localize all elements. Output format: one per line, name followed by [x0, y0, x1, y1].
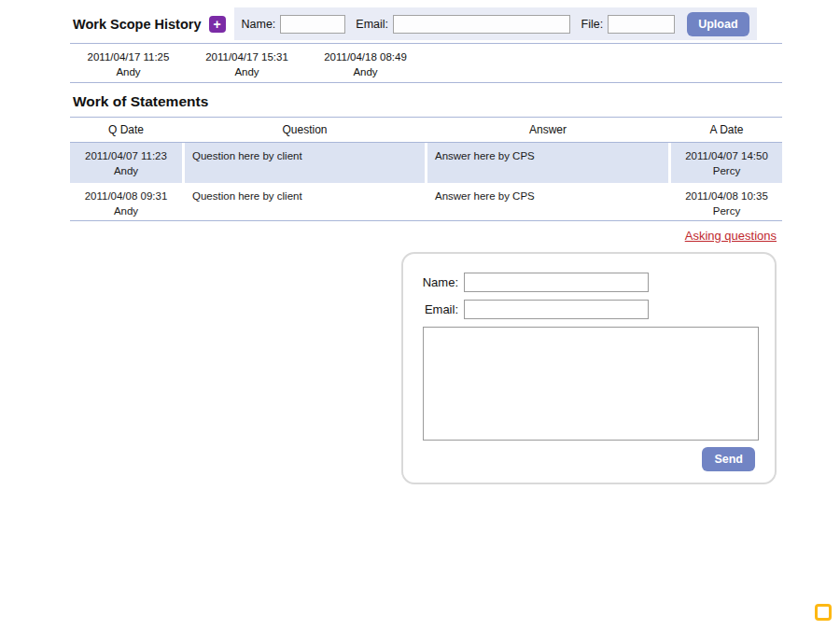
history-datetime: 2011/04/18 08:49 [316, 49, 414, 64]
qdate-cell: 2011/04/08 09:31 Andy [70, 183, 182, 220]
column-header-question: Question [185, 123, 425, 136]
a-datetime: 2011/04/07 14:50 [671, 148, 782, 163]
a-user: Percy [671, 163, 782, 178]
divider [70, 82, 782, 83]
answer-cell: Answer here by CPS [427, 183, 668, 220]
history-entry: 2011/04/18 08:49 Andy [316, 49, 414, 79]
history-user: Andy [316, 64, 414, 79]
table-row: 2011/04/08 09:31 Andy Question here by c… [70, 183, 782, 220]
name-input[interactable] [280, 15, 345, 34]
q-user: Andy [70, 203, 182, 218]
file-label: File: [581, 18, 604, 31]
upload-button[interactable]: Upload [687, 12, 749, 36]
question-cell: Question here by client [185, 143, 425, 183]
table-row: 2011/04/07 11:23 Andy Question here by c… [70, 143, 782, 183]
history-datetime: 2011/04/17 15:31 [198, 49, 296, 64]
statements-table-header: Q Date Question Answer A Date [70, 123, 782, 136]
question-cell: Question here by client [185, 183, 425, 220]
section-heading: Work of Statements [73, 93, 208, 110]
q-datetime: 2011/04/08 09:31 [70, 189, 182, 203]
form-name-input[interactable] [464, 273, 649, 292]
history-datetime: 2011/04/17 11:25 [79, 49, 177, 64]
history-list: 2011/04/17 11:25 Andy 2011/04/17 15:31 A… [79, 49, 435, 79]
column-header-adate: A Date [671, 123, 782, 136]
asking-questions-link[interactable]: Asking questions [685, 229, 777, 243]
history-entry: 2011/04/17 15:31 Andy [198, 49, 296, 79]
column-header-answer: Answer [427, 123, 668, 136]
divider [70, 220, 782, 221]
q-datetime: 2011/04/07 11:23 [70, 148, 182, 163]
history-user: Andy [198, 64, 296, 79]
orange-square-marker [815, 604, 832, 621]
file-input[interactable] [608, 15, 675, 34]
send-button[interactable]: Send [702, 447, 755, 471]
adate-cell: 2011/04/08 10:35 Percy [671, 183, 782, 220]
form-name-label: Name: [403, 275, 464, 289]
ask-question-panel: Name: Email: Send [401, 252, 777, 484]
answer-cell: Answer here by CPS [427, 143, 668, 183]
divider [70, 43, 782, 44]
adate-cell: 2011/04/07 14:50 Percy [671, 143, 782, 183]
column-header-qdate: Q Date [70, 123, 182, 136]
page-title: Work Scope History [73, 17, 202, 32]
a-user: Percy [671, 203, 782, 218]
history-user: Andy [79, 64, 177, 79]
upload-toolbar: Name: Email: File: Upload [234, 7, 757, 40]
form-row-email: Email: [403, 300, 649, 319]
form-email-input[interactable] [464, 300, 649, 319]
form-email-label: Email: [403, 302, 464, 316]
question-message-textarea[interactable] [423, 327, 759, 441]
header-row: Work Scope History + Name: Email: File: … [73, 7, 757, 40]
name-label: Name: [242, 18, 276, 31]
q-user: Andy [70, 163, 182, 178]
add-history-button[interactable]: + [209, 16, 226, 33]
divider [70, 117, 782, 118]
work-scope-page: Work Scope History + Name: Email: File: … [0, 0, 840, 630]
a-datetime: 2011/04/08 10:35 [671, 189, 782, 203]
qdate-cell: 2011/04/07 11:23 Andy [70, 143, 182, 183]
email-label: Email: [356, 18, 388, 31]
history-entry: 2011/04/17 11:25 Andy [79, 49, 177, 79]
form-row-name: Name: [403, 273, 649, 292]
email-input[interactable] [393, 15, 569, 34]
